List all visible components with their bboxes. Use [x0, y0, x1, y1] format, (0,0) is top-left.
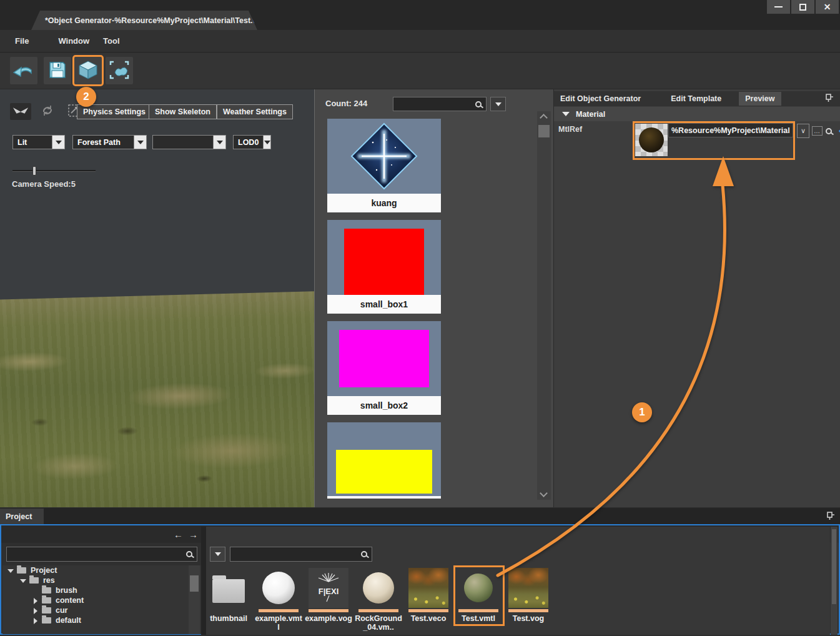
chevron-down-icon[interactable]: [263, 135, 271, 149]
tab-close-icon[interactable]: ✕: [273, 16, 280, 25]
tree-search-box[interactable]: [6, 547, 197, 562]
tree-item-brush[interactable]: brush: [2, 585, 201, 595]
lod-dropdown[interactable]: LOD0: [233, 135, 271, 149]
forest-thumbnail: [408, 568, 448, 608]
section-collapse-icon[interactable]: [562, 112, 570, 116]
scroll-up-icon[interactable]: [540, 114, 548, 122]
mtlref-browse-button[interactable]: …: [812, 126, 823, 136]
filetype-underline: [408, 609, 448, 612]
menu-window[interactable]: Window: [58, 36, 89, 46]
show-skeleton-button[interactable]: Show Skeleton: [149, 104, 217, 119]
menu-tool[interactable]: Tool: [103, 36, 119, 46]
expander-open-icon[interactable]: [7, 568, 13, 574]
asset-list-scrollbar[interactable]: [537, 111, 551, 500]
maximize-button[interactable]: [791, 0, 814, 14]
mtlref-dropdown-button[interactable]: ∨: [797, 124, 809, 138]
yellow-box-texture: [336, 450, 432, 494]
asset-search-box[interactable]: [393, 97, 487, 111]
file-test-vog[interactable]: Test.vog: [508, 568, 548, 623]
transform-button[interactable]: [106, 57, 133, 84]
expander-closed-icon[interactable]: [32, 598, 38, 604]
asset-card-kuang[interactable]: kuang: [327, 119, 441, 212]
tree-item-project[interactable]: Project: [2, 565, 201, 575]
transform-icon: [109, 59, 130, 82]
physics-settings-button[interactable]: Physics Settings: [77, 104, 152, 119]
asset-thumbnail: [327, 119, 441, 194]
folder-icon: [209, 568, 249, 608]
mtlref-locate-icon[interactable]: [826, 128, 832, 134]
file-name: RockGround_04.vm..: [355, 614, 402, 632]
nav-back-icon[interactable]: ←: [174, 530, 183, 539]
files-search-box[interactable]: [230, 547, 372, 562]
file-test-veco[interactable]: Test.veco: [408, 568, 448, 623]
viewport-3d[interactable]: Physics Settings Show Skeleton Weather S…: [0, 89, 314, 507]
expander-closed-icon[interactable]: [32, 618, 38, 624]
empty-dropdown[interactable]: [152, 135, 226, 149]
terrain-tool-button[interactable]: [10, 103, 31, 120]
close-button[interactable]: ✕: [816, 0, 839, 14]
tab-project[interactable]: Project: [0, 509, 44, 524]
object-generator-window: *Object Generator-%Resource%MyProject\Ma…: [0, 0, 840, 636]
asset-filter-button[interactable]: [490, 97, 506, 111]
pin-icon[interactable]: [826, 511, 835, 522]
files-scrollbar[interactable]: [831, 527, 838, 635]
pin-icon[interactable]: [824, 93, 834, 104]
filetype-underline: [309, 609, 348, 612]
camera-speed-label: Camera Speed:5: [12, 179, 76, 189]
material-sphere-thumbnail: [358, 568, 398, 608]
file-highlight-box: [453, 565, 505, 626]
save-button[interactable]: [44, 57, 71, 84]
filetype-underline: [508, 609, 548, 612]
asset-search-input[interactable]: [393, 100, 475, 109]
expander-open-icon[interactable]: [20, 578, 26, 584]
undo-button[interactable]: [10, 57, 37, 84]
menu-bar: File Window Tool: [0, 30, 840, 52]
search-icon: [475, 101, 482, 107]
asset-card-yellow[interactable]: [327, 422, 441, 499]
camera-speed-slider[interactable]: [12, 170, 96, 172]
files-search-input[interactable]: [230, 550, 361, 559]
files-filter-button[interactable]: [210, 547, 225, 562]
material-section-header[interactable]: Material: [554, 107, 840, 121]
minimize-button[interactable]: [767, 0, 790, 14]
chevron-down-icon[interactable]: [213, 135, 226, 149]
file-example-vmtl[interactable]: example.vmtl: [259, 568, 299, 632]
nav-forward-icon[interactable]: →: [189, 530, 198, 539]
asset-name: small_box1: [327, 295, 441, 314]
tree-search-input[interactable]: [7, 550, 186, 559]
tree-item-default[interactable]: default: [2, 615, 201, 625]
chevron-down-icon[interactable]: [52, 135, 65, 149]
tree-item-res[interactable]: res: [2, 575, 201, 585]
weather-settings-button[interactable]: Weather Settings: [217, 104, 293, 119]
file-rockground[interactable]: RockGround_04.vm..: [358, 568, 398, 632]
scrollbar-thumb[interactable]: [832, 529, 836, 604]
scrollbar-thumb[interactable]: [538, 125, 550, 137]
asset-card-small-box2[interactable]: small_box2: [327, 321, 441, 415]
folder-icon: [17, 567, 26, 574]
menu-file[interactable]: File: [15, 36, 29, 46]
refresh-button[interactable]: [37, 103, 58, 120]
tree-item-cur[interactable]: cur: [2, 605, 201, 615]
chevron-down-icon[interactable]: [134, 135, 147, 149]
asset-card-small-box1[interactable]: small_box1: [327, 220, 441, 314]
shading-dropdown[interactable]: Lit: [12, 135, 65, 149]
environment-dropdown[interactable]: Forest Path: [72, 135, 147, 149]
folder-icon: [42, 607, 51, 614]
scroll-down-icon[interactable]: [540, 489, 548, 497]
object-mode-button[interactable]: [74, 57, 102, 84]
tree-item-content[interactable]: content: [2, 595, 201, 605]
tab-edit-object-generator[interactable]: Edit Object Generator: [554, 92, 647, 106]
tab-preview[interactable]: Preview: [739, 92, 781, 106]
file-example-vog[interactable]: F|EXI example.vog: [309, 568, 348, 623]
document-tab[interactable]: *Object Generator-%Resource%MyProject\Ma…: [31, 11, 257, 30]
mtlref-field[interactable]: %Resource%MyProject\Material: [668, 123, 793, 137]
tree-scrollbar[interactable]: [189, 565, 200, 634]
tab-edit-template[interactable]: Edit Template: [665, 92, 728, 106]
scrollbar-thumb[interactable]: [190, 575, 199, 592]
file-thumbnail-folder[interactable]: thumbnail: [209, 568, 249, 623]
material-preview-thumbnail[interactable]: [635, 124, 668, 156]
asset-thumbnail: [327, 321, 441, 396]
camera-speed-slider-thumb[interactable]: [32, 166, 36, 176]
mtlref-field-controls: ∨ … ↩: [797, 124, 840, 138]
expander-closed-icon[interactable]: [32, 608, 38, 614]
